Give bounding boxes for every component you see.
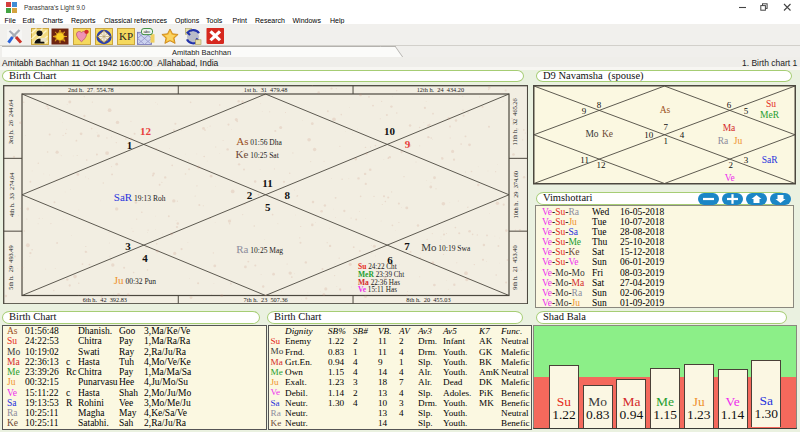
svg-text:2: 2 [729,160,734,170]
svg-text:4: 4 [680,130,685,140]
svg-text:Ve 15:11 Has: Ve 15:11 Has [358,285,397,294]
svg-text:6th h. 42 392.83: 6th h. 42 392.83 [83,296,127,303]
svg-text:7: 7 [404,240,410,252]
svg-text:2: 2 [247,189,253,201]
svg-text:2nd h. 27 554.78: 2nd h. 27 554.78 [68,86,114,93]
svg-text:12: 12 [596,160,605,170]
svg-text:abc: abc [143,29,151,34]
svg-text:4th h. 33 274.64: 4th h. 33 274.64 [8,172,15,217]
svg-text:7: 7 [663,122,668,132]
svg-text:5th h. 29 493.49: 5th h. 29 493.49 [8,245,15,289]
svg-text:11th h. 32 465.26: 11th h. 32 465.26 [512,98,519,145]
svg-text:6: 6 [727,100,732,110]
svg-text:Ra: Ra [718,136,729,146]
svg-text:1st h. 31 479.48: 1st h. 31 479.48 [244,86,288,93]
svg-text:8: 8 [597,100,602,110]
svg-text:Ma: Ma [723,123,736,133]
svg-text:7th h. 23 507.36: 7th h. 23 507.36 [244,296,288,303]
svg-text:As: As [660,105,671,115]
svg-text:3rd h. 26 244.64: 3rd h. 26 244.64 [8,99,15,144]
svg-text:10: 10 [384,125,396,137]
svg-text:1: 1 [127,139,133,151]
svg-text:9th h. 21 453.40: 9th h. 21 453.40 [512,245,519,289]
svg-text:Ju: Ju [734,136,743,146]
svg-text:10: 10 [644,130,654,140]
svg-text:12: 12 [140,125,152,137]
svg-text:8th h. 20 455.03: 8th h. 20 455.03 [406,296,450,303]
svg-text:Ke: Ke [602,129,613,139]
svg-text:Mo: Mo [585,129,598,139]
svg-text:11: 11 [580,155,589,165]
svg-text:SaR: SaR [762,155,779,165]
svg-text:KP: KP [119,31,133,43]
svg-text:MeR: MeR [760,110,780,120]
svg-text:5: 5 [265,201,271,213]
svg-text:3: 3 [744,155,749,165]
svg-text:3: 3 [125,240,131,252]
svg-text:Su: Su [766,99,776,109]
svg-text:10th h. 29 374.60: 10th h. 29 374.60 [512,171,519,218]
svg-text:9: 9 [405,138,411,150]
svg-text:8: 8 [284,189,290,201]
svg-text:12th h. 24 434.20: 12th h. 24 434.20 [417,86,464,93]
svg-text:11: 11 [262,177,272,189]
svg-text:4: 4 [142,252,148,264]
svg-text:5: 5 [744,106,749,116]
svg-text:9: 9 [582,106,587,116]
svg-text:1: 1 [663,136,668,146]
svg-text:Ve: Ve [725,173,735,183]
